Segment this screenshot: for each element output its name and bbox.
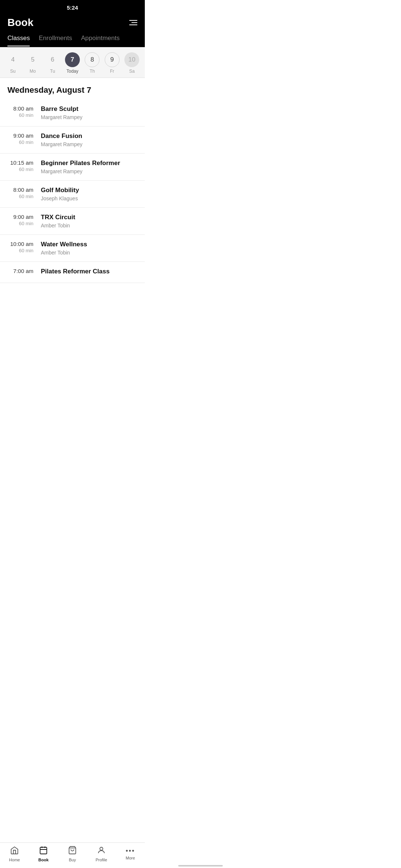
date-heading: Wednesday, August 7 xyxy=(0,78,145,99)
day-item-8[interactable]: 8 Th xyxy=(84,52,101,74)
day-label: Mo xyxy=(30,69,36,74)
tab-appointments[interactable]: Appointments xyxy=(81,34,120,46)
class-item-beginner-pilates[interactable]: 10:15 am 60 min Beginner Pilates Reforme… xyxy=(0,154,145,181)
class-item-barre-sculpt[interactable]: 8:00 am 60 min Barre Sculpt Margaret Ram… xyxy=(0,99,145,126)
class-time: 8:00 am 60 min xyxy=(7,187,41,199)
calendar-row: 4 Su 5 Mo 6 Tu 7 Today 8 Th 9 Fr 10 Sa xyxy=(0,47,145,78)
class-time: 10:00 am 60 min xyxy=(7,241,41,253)
class-info: Barre Sculpt Margaret Rampey xyxy=(41,105,137,120)
page-title: Book xyxy=(7,17,33,29)
day-number: 8 xyxy=(85,52,100,67)
class-list: 8:00 am 60 min Barre Sculpt Margaret Ram… xyxy=(0,99,145,283)
day-number: 4 xyxy=(6,52,20,67)
class-time: 8:00 am 60 min xyxy=(7,105,41,118)
class-info: Pilates Reformer Class xyxy=(41,268,137,277)
day-label: Sa xyxy=(129,69,135,74)
day-number: 6 xyxy=(45,52,60,67)
class-time: 7:00 am xyxy=(7,268,41,275)
filter-line-3 xyxy=(129,24,137,25)
filter-button[interactable] xyxy=(129,20,137,25)
class-item-dance-fusion[interactable]: 9:00 am 60 min Dance Fusion Margaret Ram… xyxy=(0,126,145,154)
class-item-pilates-reformer[interactable]: 7:00 am Pilates Reformer Class xyxy=(0,262,145,283)
day-item-10[interactable]: 10 Sa xyxy=(123,52,140,74)
class-item-water-wellness[interactable]: 10:00 am 60 min Water Wellness Amber Tob… xyxy=(0,235,145,262)
day-item-5[interactable]: 5 Mo xyxy=(24,52,41,74)
class-time: 9:00 am 60 min xyxy=(7,132,41,145)
class-time: 10:15 am 60 min xyxy=(7,160,41,172)
day-number: 10 xyxy=(124,52,139,67)
tab-classes[interactable]: Classes xyxy=(7,34,30,46)
filter-line-2 xyxy=(131,22,137,23)
status-time: 5:24 xyxy=(67,4,78,11)
class-time: 9:00 am 60 min xyxy=(7,214,41,226)
day-number: 5 xyxy=(25,52,40,67)
status-bar: 5:24 xyxy=(0,0,145,12)
class-info: TRX Circuit Amber Tobin xyxy=(41,214,137,228)
day-item-9[interactable]: 9 Fr xyxy=(104,52,121,74)
day-number: 7 xyxy=(65,52,80,67)
filter-line-1 xyxy=(129,20,137,21)
day-label: Fr xyxy=(110,69,114,74)
class-item-trx-circuit[interactable]: 9:00 am 60 min TRX Circuit Amber Tobin xyxy=(0,208,145,235)
class-info: Golf Mobility Joseph Klagues xyxy=(41,187,137,201)
header: Book xyxy=(0,12,145,34)
day-item-6[interactable]: 6 Tu xyxy=(44,52,61,74)
day-item-7[interactable]: 7 Today xyxy=(64,52,81,74)
day-label: Today xyxy=(66,69,78,74)
bottom-space xyxy=(0,283,145,313)
class-info: Water Wellness Amber Tobin xyxy=(41,241,137,256)
day-label: Tu xyxy=(50,69,55,74)
day-label: Th xyxy=(89,69,95,74)
class-info: Dance Fusion Margaret Rampey xyxy=(41,132,137,147)
class-item-golf-mobility[interactable]: 8:00 am 60 min Golf Mobility Joseph Klag… xyxy=(0,181,145,208)
day-item-4[interactable]: 4 Su xyxy=(4,52,22,74)
class-info: Beginner Pilates Reformer Margaret Rampe… xyxy=(41,160,137,174)
tab-enrollments[interactable]: Enrollments xyxy=(39,34,72,46)
tabs-bar: Classes Enrollments Appointments xyxy=(0,34,145,46)
day-number: 9 xyxy=(105,52,120,67)
day-label: Su xyxy=(10,69,16,74)
